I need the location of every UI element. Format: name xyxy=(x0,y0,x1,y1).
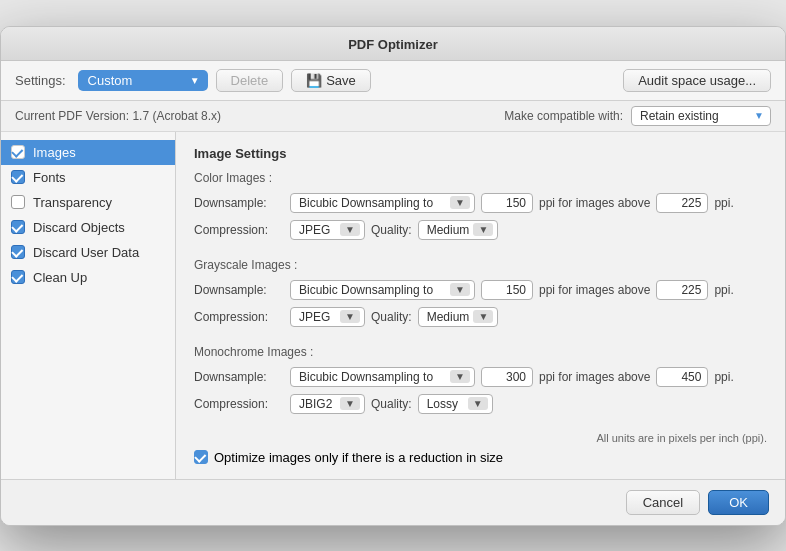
gray-compression-select[interactable]: JPEG ▼ xyxy=(290,307,365,327)
color-compression-select[interactable]: JPEG ▼ xyxy=(290,220,365,240)
mono-compression-row: Compression: JBIG2 ▼ Quality: Lossy ▼ xyxy=(194,394,767,414)
sidebar-item-fonts[interactable]: Fonts xyxy=(1,165,175,190)
discard-user-data-checkbox[interactable] xyxy=(11,245,25,259)
save-button[interactable]: 💾 Save xyxy=(291,69,371,92)
gray-quality-arrow: ▼ xyxy=(473,310,493,323)
color-images-label: Color Images : xyxy=(194,171,767,185)
save-label: Save xyxy=(326,73,356,88)
color-downsample-arrow: ▼ xyxy=(450,196,470,209)
discard-objects-checkbox[interactable] xyxy=(11,220,25,234)
gray-downsample-select[interactable]: Bicubic Downsampling to ▼ xyxy=(290,280,475,300)
footer: Cancel OK xyxy=(1,479,785,525)
mono-compression-value: JBIG2 xyxy=(299,397,332,411)
grayscale-images-section: Grayscale Images : Downsample: Bicubic D… xyxy=(194,258,767,327)
sidebar-label-fonts: Fonts xyxy=(33,170,66,185)
sidebar-item-discard-objects[interactable]: Discard Objects xyxy=(1,215,175,240)
mono-compression-arrow: ▼ xyxy=(340,397,360,410)
audit-label: Audit space usage... xyxy=(638,73,756,88)
compat-dropdown-arrow: ▼ xyxy=(754,110,764,121)
settings-value: Custom xyxy=(88,73,133,88)
gray-downsample-row: Downsample: Bicubic Downsampling to ▼ pp… xyxy=(194,280,767,300)
color-ppi-input2[interactable]: 225 xyxy=(656,193,708,213)
color-downsample-row: Downsample: Bicubic Downsampling to ▼ 15… xyxy=(194,193,767,213)
color-ppi-above-label: ppi for images above xyxy=(539,196,650,210)
gray-ppi-input1[interactable] xyxy=(481,280,533,300)
color-compression-row: Compression: JPEG ▼ Quality: Medium ▼ xyxy=(194,220,767,240)
gray-compression-row: Compression: JPEG ▼ Quality: Medium ▼ xyxy=(194,307,767,327)
gray-compression-arrow: ▼ xyxy=(340,310,360,323)
gray-compression-label: Compression: xyxy=(194,310,284,324)
delete-label: Delete xyxy=(231,73,269,88)
transparency-checkbox[interactable] xyxy=(11,195,25,209)
sidebar-item-images[interactable]: Images xyxy=(1,140,175,165)
mono-compression-select[interactable]: JBIG2 ▼ xyxy=(290,394,365,414)
sidebar-label-images: Images xyxy=(33,145,76,160)
color-compression-value: JPEG xyxy=(299,223,330,237)
gray-ppi-above-label: ppi for images above xyxy=(539,283,650,297)
compat-dropdown[interactable]: Retain existing ▼ xyxy=(631,106,771,126)
mono-quality-select[interactable]: Lossy ▼ xyxy=(418,394,493,414)
gray-downsample-value: Bicubic Downsampling to xyxy=(299,283,433,297)
sidebar-item-discard-user-data[interactable]: Discard User Data xyxy=(1,240,175,265)
save-icon: 💾 xyxy=(306,73,322,88)
color-ppi-label: ppi. xyxy=(714,196,733,210)
sidebar-label-discard-user-data: Discard User Data xyxy=(33,245,139,260)
current-pdf-version: Current PDF Version: 1.7 (Acrobat 8.x) xyxy=(15,109,221,123)
audit-button[interactable]: Audit space usage... xyxy=(623,69,771,92)
mono-ppi-label: ppi. xyxy=(714,370,733,384)
sidebar-label-transparency: Transparency xyxy=(33,195,112,210)
gray-quality-select[interactable]: Medium ▼ xyxy=(418,307,499,327)
title-bar: PDF Optimizer xyxy=(1,27,785,61)
monochrome-images-label: Monochrome Images : xyxy=(194,345,767,359)
compat-label: Make compatible with: xyxy=(504,109,623,123)
info-bar: Current PDF Version: 1.7 (Acrobat 8.x) M… xyxy=(1,101,785,132)
compat-section: Make compatible with: Retain existing ▼ xyxy=(504,106,771,126)
sidebar: Images Fonts Transparency Discard Object… xyxy=(1,132,176,479)
toolbar: Settings: Custom ▼ Delete 💾 Save Audit s… xyxy=(1,61,785,101)
gray-quality-value: Medium xyxy=(427,310,470,324)
color-ppi-input1[interactable]: 150 xyxy=(481,193,533,213)
fonts-checkbox[interactable] xyxy=(11,170,25,184)
cancel-button[interactable]: Cancel xyxy=(626,490,700,515)
mono-ppi-above-label: ppi for images above xyxy=(539,370,650,384)
gray-downsample-arrow: ▼ xyxy=(450,283,470,296)
settings-label: Settings: xyxy=(15,73,66,88)
mono-downsample-value: Bicubic Downsampling to xyxy=(299,370,433,384)
mono-ppi-input2[interactable] xyxy=(656,367,708,387)
mono-compression-label: Compression: xyxy=(194,397,284,411)
mono-downsample-select[interactable]: Bicubic Downsampling to ▼ xyxy=(290,367,475,387)
sidebar-label-discard-objects: Discard Objects xyxy=(33,220,125,235)
cancel-label: Cancel xyxy=(643,495,683,510)
settings-dropdown[interactable]: Custom ▼ xyxy=(78,70,208,91)
sidebar-item-clean-up[interactable]: Clean Up xyxy=(1,265,175,290)
clean-up-checkbox[interactable] xyxy=(11,270,25,284)
ok-label: OK xyxy=(729,495,748,510)
mono-quality-arrow: ▼ xyxy=(468,397,488,410)
settings-dropdown-arrow: ▼ xyxy=(190,75,200,86)
color-downsample-label: Downsample: xyxy=(194,196,284,210)
optimize-checkbox[interactable] xyxy=(194,450,208,464)
color-downsample-value: Bicubic Downsampling to xyxy=(299,196,433,210)
main-content: Images Fonts Transparency Discard Object… xyxy=(1,132,785,479)
mono-ppi-input1[interactable] xyxy=(481,367,533,387)
color-images-section: Color Images : Downsample: Bicubic Downs… xyxy=(194,171,767,240)
mono-downsample-label: Downsample: xyxy=(194,370,284,384)
gray-quality-label: Quality: xyxy=(371,310,412,324)
color-quality-arrow: ▼ xyxy=(473,223,493,236)
ok-button[interactable]: OK xyxy=(708,490,769,515)
mono-quality-value: Lossy xyxy=(427,397,458,411)
grayscale-images-label: Grayscale Images : xyxy=(194,258,767,272)
sidebar-item-transparency[interactable]: Transparency xyxy=(1,190,175,215)
color-quality-value: Medium xyxy=(427,223,470,237)
content-title: Image Settings xyxy=(194,146,767,161)
pdf-optimizer-dialog: PDF Optimizer Settings: Custom ▼ Delete … xyxy=(0,26,786,526)
delete-button[interactable]: Delete xyxy=(216,69,284,92)
color-downsample-select[interactable]: Bicubic Downsampling to ▼ xyxy=(290,193,475,213)
color-compression-arrow: ▼ xyxy=(340,223,360,236)
color-quality-label: Quality: xyxy=(371,223,412,237)
images-checkbox[interactable] xyxy=(11,145,25,159)
color-quality-select[interactable]: Medium ▼ xyxy=(418,220,499,240)
gray-ppi-input2[interactable] xyxy=(656,280,708,300)
mono-quality-label: Quality: xyxy=(371,397,412,411)
gray-compression-value: JPEG xyxy=(299,310,330,324)
